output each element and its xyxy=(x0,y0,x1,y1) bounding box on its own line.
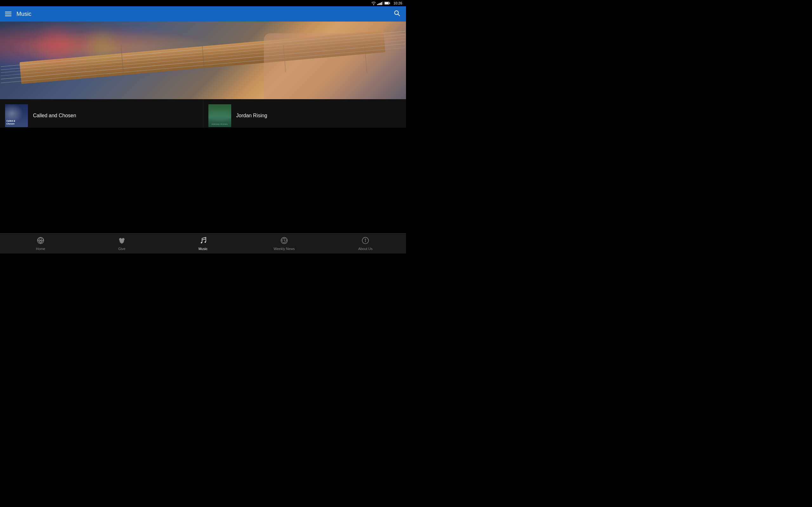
jordan-water xyxy=(208,116,231,127)
menu-icon[interactable] xyxy=(5,12,11,16)
nav-item-home[interactable]: Home xyxy=(0,237,81,250)
svg-rect-2 xyxy=(385,2,389,4)
svg-rect-1 xyxy=(390,3,390,4)
album-text-called: Called &Chosen xyxy=(6,120,15,125)
nav-item-give[interactable]: Give xyxy=(81,237,162,250)
home-icon xyxy=(37,237,44,245)
nav-label-give: Give xyxy=(118,247,125,250)
signal-icon xyxy=(377,1,383,5)
nav-label-music: Music xyxy=(199,247,208,250)
wifi-icon xyxy=(371,1,376,5)
svg-line-4 xyxy=(398,14,400,16)
music-item-jordan-rising-label: Jordan Rising xyxy=(236,113,267,118)
status-time: 10:26 xyxy=(393,1,402,5)
content-spacer xyxy=(0,128,406,233)
jordan-text: JORDAN RISING xyxy=(211,123,228,125)
music-icon xyxy=(199,237,207,245)
music-item-called-and-chosen-label: Called and Chosen xyxy=(33,113,76,118)
music-item-jordan-rising[interactable]: JORDAN RISING Jordan Rising xyxy=(203,99,406,132)
status-bar: 10:26 xyxy=(0,0,406,6)
search-icon[interactable] xyxy=(393,9,401,18)
svg-point-9 xyxy=(365,239,366,239)
app-bar: Music xyxy=(0,6,406,21)
album-art-jordan-rising: JORDAN RISING xyxy=(208,104,231,127)
give-icon xyxy=(118,237,125,245)
battery-icon xyxy=(385,2,390,5)
nav-label-weekly-news: Weekly News xyxy=(274,247,295,250)
nav-item-music[interactable]: Music xyxy=(162,237,244,250)
status-icons: 10:26 xyxy=(371,1,402,5)
nav-item-weekly-news[interactable]: Weekly News xyxy=(244,237,325,250)
about-us-icon xyxy=(362,237,369,245)
bottom-nav: Home Give Music xyxy=(0,233,406,253)
nav-item-about-us[interactable]: About Us xyxy=(325,237,406,250)
music-list: Called &Chosen Called and Chosen JORDAN … xyxy=(0,99,406,132)
album-art-called-and-chosen: Called &Chosen xyxy=(5,104,28,127)
app-title: Music xyxy=(16,11,393,17)
weekly-news-icon xyxy=(281,237,288,245)
hero-image xyxy=(0,21,406,99)
music-item-called-and-chosen[interactable]: Called &Chosen Called and Chosen xyxy=(0,99,203,132)
nav-label-about-us: About Us xyxy=(358,247,372,250)
nav-label-home: Home xyxy=(36,247,45,250)
